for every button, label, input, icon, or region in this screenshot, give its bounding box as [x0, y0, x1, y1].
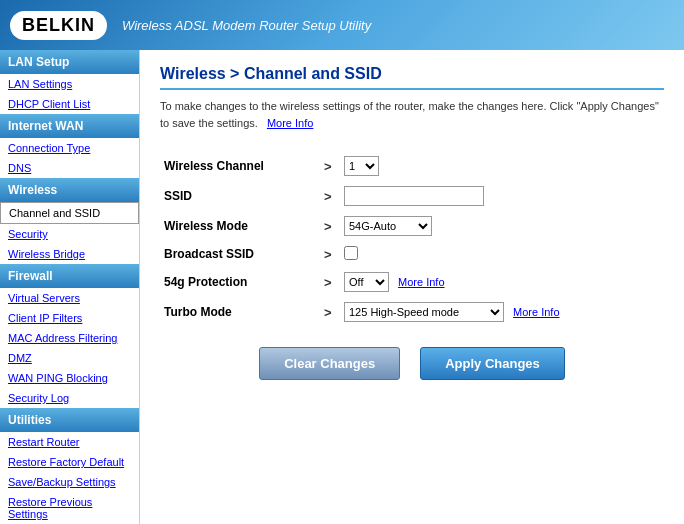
arrow-broadcast-ssid: >	[320, 241, 340, 267]
row-wireless-mode: Wireless Mode > 54G-Auto 54G Only 54G LR…	[160, 211, 664, 241]
checkbox-broadcast-ssid[interactable]	[344, 246, 358, 260]
arrow-ssid: >	[320, 181, 340, 211]
arrow-wireless-mode: >	[320, 211, 340, 241]
sidebar-section-internet-wan: Internet WAN	[0, 114, 139, 138]
control-54g-protection: Off Auto More Info	[340, 267, 664, 297]
sidebar-item-mac-address-filtering[interactable]: MAC Address Filtering	[0, 328, 139, 348]
arrow-wireless-channel: >	[320, 151, 340, 181]
label-wireless-channel: Wireless Channel	[160, 151, 320, 181]
label-broadcast-ssid: Broadcast SSID	[160, 241, 320, 267]
main-layout: LAN Setup LAN Settings DHCP Client List …	[0, 50, 684, 524]
label-54g-protection: 54g Protection	[160, 267, 320, 297]
sidebar-item-restore-factory-default[interactable]: Restore Factory Default	[0, 452, 139, 472]
select-turbo-mode[interactable]: 125 High-Speed mode Off	[344, 302, 504, 322]
description-text: To make changes to the wireless settings…	[160, 100, 659, 129]
header: BELKIN Wireless ADSL Modem Router Setup …	[0, 0, 684, 50]
control-turbo-mode: 125 High-Speed mode Off More Info	[340, 297, 664, 327]
row-54g-protection: 54g Protection > Off Auto More Info	[160, 267, 664, 297]
content-area: Wireless > Channel and SSID To make chan…	[140, 50, 684, 524]
sidebar-item-dmz[interactable]: DMZ	[0, 348, 139, 368]
sidebar-item-save-backup-settings[interactable]: Save/Backup Settings	[0, 472, 139, 492]
sidebar-section-firewall: Firewall	[0, 264, 139, 288]
control-broadcast-ssid	[340, 241, 664, 267]
sidebar-item-lan-settings[interactable]: LAN Settings	[0, 74, 139, 94]
control-wireless-mode: 54G-Auto 54G Only 54G LRS 802.11b Only	[340, 211, 664, 241]
label-ssid: SSID	[160, 181, 320, 211]
select-54g-protection[interactable]: Off Auto	[344, 272, 389, 292]
sidebar-item-restore-previous-settings[interactable]: Restore Previous Settings	[0, 492, 139, 524]
sidebar-item-connection-type[interactable]: Connection Type	[0, 138, 139, 158]
sidebar-item-security[interactable]: Security	[0, 224, 139, 244]
logo: BELKIN	[10, 11, 107, 40]
label-turbo-mode: Turbo Mode	[160, 297, 320, 327]
sidebar-item-security-log[interactable]: Security Log	[0, 388, 139, 408]
label-wireless-mode: Wireless Mode	[160, 211, 320, 241]
row-ssid: SSID >	[160, 181, 664, 211]
sidebar-item-channel-ssid[interactable]: Channel and SSID	[0, 202, 139, 224]
control-wireless-channel: 1234 5678 91011	[340, 151, 664, 181]
sidebar-item-dhcp-client-list[interactable]: DHCP Client List	[0, 94, 139, 114]
header-title: Wireless ADSL Modem Router Setup Utility	[122, 18, 371, 33]
sidebar-item-client-ip-filters[interactable]: Client IP Filters	[0, 308, 139, 328]
apply-changes-button[interactable]: Apply Changes	[420, 347, 565, 380]
sidebar-section-wireless: Wireless	[0, 178, 139, 202]
more-info-54g-protection[interactable]: More Info	[398, 276, 444, 288]
clear-changes-button[interactable]: Clear Changes	[259, 347, 400, 380]
sidebar-item-restart-router[interactable]: Restart Router	[0, 432, 139, 452]
sidebar-section-lan: LAN Setup	[0, 50, 139, 74]
row-wireless-channel: Wireless Channel > 1234 5678 91011	[160, 151, 664, 181]
control-ssid	[340, 181, 664, 211]
input-ssid[interactable]	[344, 186, 484, 206]
sidebar-item-dns[interactable]: DNS	[0, 158, 139, 178]
sidebar: LAN Setup LAN Settings DHCP Client List …	[0, 50, 140, 524]
page-title: Wireless > Channel and SSID	[160, 65, 664, 90]
sidebar-item-wireless-bridge[interactable]: Wireless Bridge	[0, 244, 139, 264]
select-wireless-channel[interactable]: 1234 5678 91011	[344, 156, 379, 176]
description-more-info-link[interactable]: More Info	[267, 117, 313, 129]
select-wireless-mode[interactable]: 54G-Auto 54G Only 54G LRS 802.11b Only	[344, 216, 432, 236]
row-turbo-mode: Turbo Mode > 125 High-Speed mode Off Mor…	[160, 297, 664, 327]
sidebar-item-wan-ping-blocking[interactable]: WAN PING Blocking	[0, 368, 139, 388]
button-row: Clear Changes Apply Changes	[160, 347, 664, 380]
more-info-turbo-mode[interactable]: More Info	[513, 306, 559, 318]
sidebar-item-virtual-servers[interactable]: Virtual Servers	[0, 288, 139, 308]
arrow-54g-protection: >	[320, 267, 340, 297]
row-broadcast-ssid: Broadcast SSID >	[160, 241, 664, 267]
settings-form: Wireless Channel > 1234 5678 91011 SSID …	[160, 151, 664, 327]
sidebar-section-utilities: Utilities	[0, 408, 139, 432]
arrow-turbo-mode: >	[320, 297, 340, 327]
description: To make changes to the wireless settings…	[160, 98, 664, 131]
